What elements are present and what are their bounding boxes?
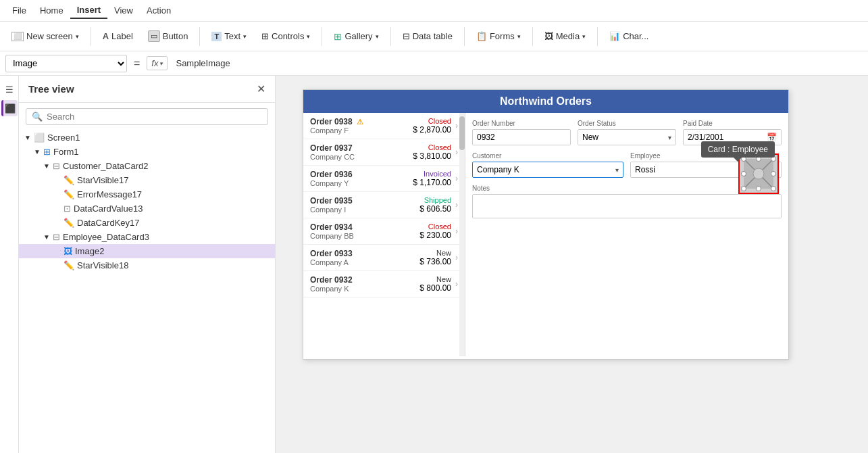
handle-middle-left[interactable] (741, 171, 746, 176)
charts-label: Char... (623, 31, 648, 41)
handle-bottom-right[interactable] (771, 186, 776, 191)
controls-button[interactable]: ⊞ Controls ▾ (255, 28, 316, 45)
charts-button[interactable]: 📊 Char... (603, 28, 655, 45)
formula-input[interactable] (172, 58, 863, 68)
customer-chevron: ▾ (615, 166, 619, 174)
order-company-0934: Company BB (310, 232, 419, 240)
image-control[interactable] (738, 153, 779, 194)
paid-date-calendar-icon: 📅 (767, 133, 777, 142)
order-amount-0938: Closed $ 2,870.00 (413, 117, 451, 135)
menu-action[interactable]: Action (140, 3, 178, 18)
order-row-0934[interactable]: Order 0934 Company BB Closed $ 230.00 › (303, 218, 465, 245)
menu-view[interactable]: View (107, 3, 140, 18)
media-button[interactable]: 🖼 Media ▾ (538, 28, 592, 45)
orders-scroll-thumb[interactable] (459, 116, 465, 150)
paid-date-label: Paid Date (683, 120, 782, 127)
tree-panel: Tree view ✕ 🔍 ▼ ⬜ Screen1 ▼ ⊞ Form1 ▼ (19, 76, 276, 453)
handle-bottom-center[interactable] (756, 186, 761, 191)
order-number-value: 0932 (477, 133, 495, 142)
order-status-dropdown[interactable]: New ▾ (578, 129, 676, 145)
order-company-0935: Company I (310, 206, 419, 214)
formula-fx-label: fx (151, 58, 158, 68)
image2-icon: 🖼 (63, 246, 72, 256)
menu-file[interactable]: File (5, 3, 33, 18)
order-chevron-0934: › (455, 226, 458, 236)
order-number-label: Order Number (472, 120, 571, 127)
search-input[interactable] (47, 112, 262, 122)
order-price-0935: $ 606.50 (419, 204, 451, 214)
text-label: Text (224, 31, 240, 41)
order-price-0938: $ 2,870.00 (413, 125, 451, 135)
new-screen-icon: ⬜ (11, 32, 24, 41)
formula-fx-chevron: ▾ (159, 60, 163, 67)
dck17-label: DataCardKey17 (77, 218, 140, 228)
employee-dc3-label: Employee_DataCard3 (63, 232, 149, 242)
order-company-0937: Company CC (310, 153, 413, 161)
order-chevron-0933: › (455, 253, 458, 262)
customer-dropdown[interactable]: Company K ▾ (472, 162, 623, 178)
button-button[interactable]: ▭ Button (142, 27, 195, 45)
order-number-field: Order Number 0932 (472, 120, 571, 145)
label-button[interactable]: A Label (97, 28, 139, 45)
orders-scrollbar[interactable] (459, 113, 465, 356)
handle-bottom-left[interactable] (741, 186, 746, 191)
order-row-0932[interactable]: Order 0932 Company K New $ 800.00 › (303, 271, 465, 297)
formula-fx-button[interactable]: fx ▾ (147, 56, 168, 70)
paid-date-value: 2/31/2001 (688, 133, 723, 142)
forms-button[interactable]: 📋 Forms ▾ (470, 28, 527, 45)
handle-middle-right[interactable] (771, 171, 776, 176)
order-status-0933: New (419, 249, 451, 257)
order-price-0937: $ 3,810.00 (413, 151, 451, 161)
order-info-0933: Order 0933 Company A (310, 249, 419, 266)
tree-item-employee-dc3[interactable]: ▼ ⊟ Employee_DataCard3 (19, 230, 275, 244)
customer-dc2-label: Customer_DataCard2 (63, 161, 148, 171)
menu-insert[interactable]: Insert (70, 2, 107, 19)
detail-row-3: Notes (472, 185, 782, 218)
gallery-label: Gallery (344, 31, 372, 41)
order-status-0936: Invoiced (413, 170, 451, 178)
toolbar-divider-5 (464, 27, 465, 46)
toolbar-divider-4 (390, 27, 391, 46)
tree-item-image2[interactable]: 🖼 Image2 (19, 244, 275, 258)
order-amount-0933: New $ 736.00 (419, 249, 451, 266)
toolbar-divider-7 (597, 27, 598, 46)
sv17-label: StarVisible17 (77, 175, 128, 185)
toolbar-divider-2 (199, 27, 200, 46)
dcv13-label: DataCardValue13 (74, 204, 143, 214)
formula-select[interactable]: Image (5, 55, 127, 72)
tree-item-starvisible18[interactable]: ✏️ StarVisible18 (19, 258, 275, 272)
text-button[interactable]: T Text ▾ (205, 28, 253, 45)
order-info-0937: Order 0937 Company CC (310, 143, 413, 161)
notes-input[interactable] (472, 194, 782, 218)
order-row-0937[interactable]: Order 0937 Company CC Closed $ 3,810.00 … (303, 139, 465, 166)
order-row-0936[interactable]: Order 0936 Company Y Invoiced $ 1,170.00… (303, 166, 465, 192)
tree-close-button[interactable]: ✕ (257, 82, 265, 95)
order-row-0935[interactable]: Order 0935 Company I Shipped $ 606.50 › (303, 192, 465, 218)
tree-item-errormessage17[interactable]: ✏️ ErrorMessage17 (19, 187, 275, 201)
tree-item-form1[interactable]: ▼ ⊞ Form1 (19, 145, 275, 159)
tree-item-starvisible17[interactable]: ✏️ StarVisible17 (19, 173, 275, 187)
order-row-0933[interactable]: Order 0933 Company A New $ 736.00 › (303, 245, 465, 271)
tree-item-datacardvalue13[interactable]: ⊡ DataCardValue13 (19, 201, 275, 216)
tree-item-customer-dc2[interactable]: ▼ ⊟ Customer_DataCard2 (19, 159, 275, 173)
order-number-input[interactable]: 0932 (472, 129, 571, 145)
hamburger-icon[interactable]: ☰ (1, 81, 18, 97)
forms-label: Forms (490, 31, 515, 41)
gallery-button[interactable]: ⊞ Gallery ▾ (328, 28, 384, 45)
new-screen-button[interactable]: ⬜ New screen ▾ (5, 28, 85, 45)
button-label: Button (163, 31, 188, 41)
app-header: Northwind Orders (303, 90, 788, 113)
layers-icon[interactable]: ⬛ (1, 100, 18, 116)
tree-item-screen1[interactable]: ▼ ⬜ Screen1 (19, 130, 275, 145)
order-amount-0932: New $ 800.00 (419, 275, 451, 293)
data-table-button[interactable]: ⊟ Data table (397, 28, 459, 45)
order-chevron-0938: › (455, 121, 458, 130)
order-amount-0935: Shipped $ 606.50 (419, 196, 451, 214)
employee-dc3-icon: ⊟ (53, 232, 60, 242)
image2-label: Image2 (75, 246, 104, 256)
sv17-icon: ✏️ (63, 175, 74, 185)
tree-item-datacardkey17[interactable]: ✏️ DataCardKey17 (19, 216, 275, 230)
order-row-0938[interactable]: Order 0938 ⚠ Company F Closed $ 2,870.00… (303, 113, 465, 139)
controls-icon: ⊞ (261, 31, 269, 41)
menu-home[interactable]: Home (33, 3, 70, 18)
